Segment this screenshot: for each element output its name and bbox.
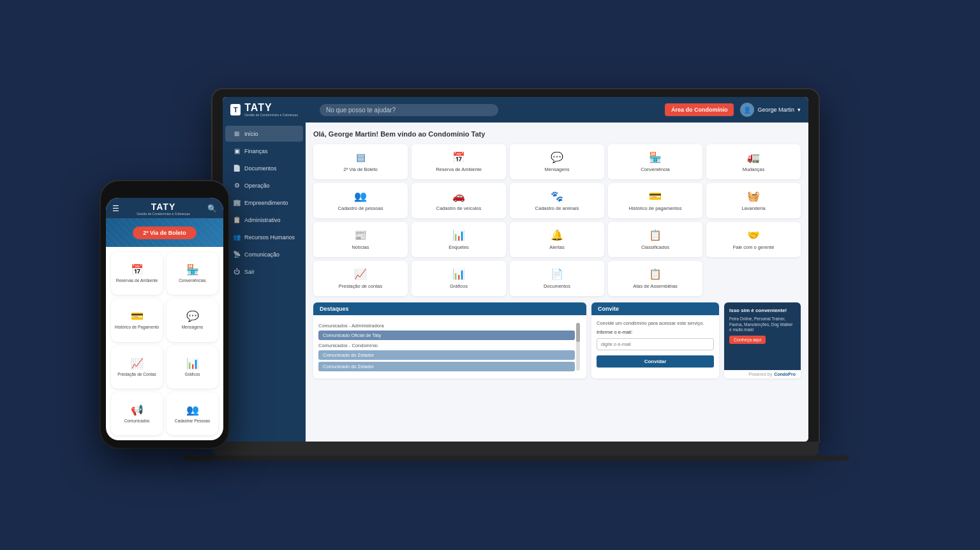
phone-tile-historico[interactable]: 💳 Histórico de Pagamento bbox=[111, 299, 163, 341]
sidebar: ⊞ Início ▣ Finanças 📄 Documentos ⚙ bbox=[223, 123, 306, 442]
rh-icon: 👥 bbox=[233, 234, 241, 241]
phone-search-icon[interactable]: 🔍 bbox=[207, 204, 217, 213]
user-info[interactable]: 👤 George Martin ▾ bbox=[740, 103, 801, 117]
phone-tile-label-conveniencias: Conveniências bbox=[179, 278, 206, 283]
sair-icon: ⏻ bbox=[233, 268, 241, 275]
atas-icon: 📋 bbox=[649, 268, 662, 280]
tile-label-animais: Cadastro de animais bbox=[535, 205, 579, 211]
user-avatar: 👤 bbox=[740, 103, 754, 117]
phone-tile-icon-conveniencias: 🏪 bbox=[186, 264, 199, 276]
tile-label-pessoas: Cadastro de pessoas bbox=[338, 205, 383, 211]
phone-notch bbox=[145, 186, 184, 195]
tile-label-noticias: Notícias bbox=[352, 244, 369, 250]
tile-animais[interactable]: 🐾 Cadastro de animais bbox=[510, 183, 604, 218]
tile-label-graficos: Gráficos bbox=[450, 283, 468, 289]
gerente-icon: 🤝 bbox=[747, 229, 760, 241]
destaques-section2-label: Comunicados - Condomínio bbox=[318, 343, 575, 348]
tile-veiculos[interactable]: 🚗 Cadastro de veículos bbox=[412, 183, 506, 218]
tile-noticias[interactable]: 📰 Notícias bbox=[313, 222, 408, 257]
tile-graficos[interactable]: 📊 Gráficos bbox=[412, 261, 506, 296]
phone-boleto-button[interactable]: 2ª Via de Boleto bbox=[133, 227, 197, 239]
phone-tile-cadastrar[interactable]: 👥 Cadastrar Pessoas bbox=[167, 392, 218, 435]
tile-gerente[interactable]: 🤝 Fale com o gerente bbox=[706, 222, 801, 257]
scrollbar-thumb bbox=[576, 323, 580, 342]
boleto-icon: ▤ bbox=[356, 151, 366, 163]
mudancas-icon: 🚛 bbox=[747, 151, 760, 163]
ad-content: Isso sim é conveniente! Feira Online, Pe… bbox=[724, 302, 801, 370]
tiles-grid: ▤ 2ª Via de Boleto 📅 Reserva de Ambiente… bbox=[313, 144, 801, 296]
tile-label-reserva: Reserva de Ambiente bbox=[436, 167, 482, 172]
tile-label-prestacao: Prestação de contas bbox=[339, 283, 382, 289]
logo-box: T bbox=[230, 104, 241, 115]
convite-email-input[interactable] bbox=[597, 338, 714, 350]
phone-banner: 2ª Via de Boleto bbox=[106, 218, 223, 247]
empreendimento-icon: 🏢 bbox=[233, 199, 241, 206]
sidebar-label-inicio: Início bbox=[244, 131, 258, 137]
laptop-foot bbox=[182, 456, 849, 461]
tile-historico[interactable]: 💳 Histórico de pagamentos bbox=[608, 183, 702, 218]
area-condominio-button[interactable]: Área do Condomínio bbox=[665, 103, 734, 116]
sidebar-item-financas[interactable]: ▣ Finanças bbox=[225, 143, 303, 159]
phone-logo-tagline: Gestão de Condomínios e Cobranças bbox=[137, 212, 190, 216]
tile-label-mudancas: Mudanças bbox=[743, 167, 765, 172]
phone-tile-conveniencias[interactable]: 🏪 Conveniências bbox=[167, 252, 218, 295]
tile-documentos[interactable]: 📄 Documentos bbox=[510, 261, 604, 296]
sidebar-item-comunicacao[interactable]: 📡 Comunicação bbox=[225, 246, 303, 262]
sidebar-item-operacao[interactable]: ⚙ Operação bbox=[225, 177, 303, 193]
sidebar-label-rh: Recursos Humanos bbox=[244, 234, 295, 241]
tile-atas[interactable]: 📋 Atas de Assembléias bbox=[608, 261, 702, 296]
phone-tile-icon-reservas: 📅 bbox=[131, 264, 144, 276]
sidebar-item-documentos[interactable]: 📄 Documentos bbox=[225, 160, 303, 176]
app-body: ⊞ Início ▣ Finanças 📄 Documentos ⚙ bbox=[223, 123, 808, 442]
tile-pessoas[interactable]: 👥 Cadastro de pessoas bbox=[313, 183, 408, 218]
phone-tile-label-comunicados: Comunicados bbox=[124, 419, 150, 424]
laptop-bezel: T TATY Gestão de Condomínios e Cobranças… bbox=[212, 89, 819, 442]
convite-desc: Convide um condômino para acessar este s… bbox=[597, 320, 714, 326]
tile-label-boleto: 2ª Via de Boleto bbox=[343, 167, 378, 172]
phone-tile-mensagens[interactable]: 💬 Mensagens bbox=[167, 299, 218, 341]
classificados-icon: 📋 bbox=[649, 229, 662, 241]
destaques-scrollbar[interactable] bbox=[576, 323, 580, 371]
search-input[interactable] bbox=[320, 104, 498, 116]
phone-tile-label-graficos: Gráficos bbox=[184, 372, 200, 377]
sidebar-item-sair[interactable]: ⏻ Sair bbox=[225, 264, 303, 279]
reserva-icon: 📅 bbox=[452, 151, 465, 163]
tile-mudancas[interactable]: 🚛 Mudanças bbox=[706, 144, 801, 179]
tile-classificados[interactable]: 📋 Classificados bbox=[608, 222, 702, 257]
sidebar-label-documentos: Documentos bbox=[244, 165, 277, 172]
tile-alertas[interactable]: 🔔 Alertas bbox=[510, 222, 604, 257]
tile-prestacao[interactable]: 📈 Prestação de contas bbox=[313, 261, 408, 296]
tile-label-classificados: Classificados bbox=[641, 244, 669, 250]
tile-reserva[interactable]: 📅 Reserva de Ambiente bbox=[412, 144, 506, 179]
mensagens-icon: 💬 bbox=[551, 151, 563, 163]
tile-mensagens[interactable]: 💬 Mensagens bbox=[510, 144, 604, 179]
tile-boleto[interactable]: ▤ 2ª Via de Boleto bbox=[313, 144, 408, 179]
ad-button[interactable]: Conheça aqui bbox=[729, 336, 766, 344]
sidebar-item-administrativo[interactable]: 📋 Administrativo bbox=[225, 212, 303, 228]
sidebar-item-inicio[interactable]: ⊞ Início bbox=[225, 126, 303, 142]
tile-enquetes[interactable]: 📊 Enquetes bbox=[412, 222, 506, 257]
destaque-item-3[interactable]: Comunicado do Zelador bbox=[318, 362, 575, 371]
animais-icon: 🐾 bbox=[551, 190, 563, 202]
sidebar-item-rh[interactable]: 👥 Recursos Humanos bbox=[225, 229, 303, 245]
phone-tile-label-mensagens: Mensagens bbox=[182, 325, 204, 330]
laptop-wrapper: ☰ TATY Gestão de Condomínios e Cobranças… bbox=[139, 89, 841, 461]
destaque-item-1[interactable]: Comunicado Oficial de Taty bbox=[318, 331, 575, 340]
noticias-icon: 📰 bbox=[354, 229, 367, 241]
convidar-button[interactable]: Convidar bbox=[597, 355, 714, 368]
hamburger-icon[interactable]: ☰ bbox=[112, 204, 119, 213]
phone-tile-label-reservas: Reservas de Ambiente bbox=[116, 278, 158, 283]
tile-conveniencia[interactable]: 🏪 Conveniência bbox=[608, 144, 702, 179]
phone-tile-prestacao[interactable]: 📈 Prestação de Contas bbox=[111, 346, 163, 389]
laptop-screen: T TATY Gestão de Condomínios e Cobranças… bbox=[223, 97, 808, 442]
destaque-item-2[interactable]: Comunicado do Zelador bbox=[318, 350, 575, 360]
tile-lavanderia[interactable]: 🧺 Lavanderia bbox=[706, 183, 801, 218]
sidebar-label-financas: Finanças bbox=[244, 148, 268, 154]
phone-tile-graficos[interactable]: 📊 Gráficos bbox=[167, 346, 218, 389]
condopro-logo: CondoPro bbox=[774, 372, 796, 376]
phone-tile-reservas[interactable]: 📅 Reservas de Ambiente bbox=[111, 252, 163, 295]
phone-tile-comunicados[interactable]: 📢 Comunicados bbox=[111, 392, 163, 435]
header-search[interactable] bbox=[320, 103, 498, 116]
ad-subtitle: Feira Online, Personal Trainer, Faxina, … bbox=[729, 316, 796, 332]
sidebar-item-empreendimento[interactable]: 🏢 Empreendimento bbox=[225, 195, 303, 211]
